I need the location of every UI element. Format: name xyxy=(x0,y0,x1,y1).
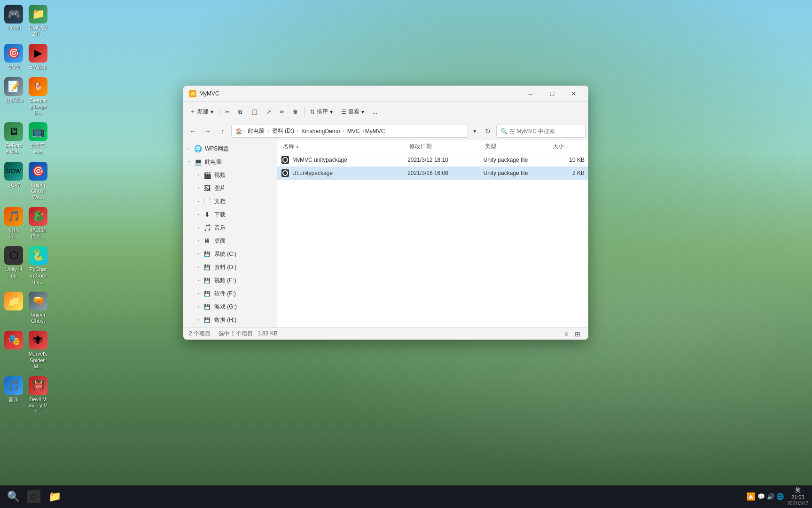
pycharm-label: PyCharm Commu... xyxy=(28,266,48,285)
driveh-icon: 💾 xyxy=(203,316,211,324)
breadcrumb-home-icon: 🏠 xyxy=(235,128,242,135)
forward-button[interactable]: → xyxy=(201,125,214,138)
taskbar-unity-icon[interactable]: ⬡ xyxy=(24,487,43,506)
desktop-icon-sniper[interactable]: 🎯 Sniper Ghost Wa... xyxy=(27,159,49,203)
desktop-icon-unityhub[interactable]: ⬡ Unity Hub xyxy=(2,244,25,287)
col-name-sort-icon: ▲ xyxy=(296,144,299,149)
sidebar-item-drivee[interactable]: › 💾 视频 (E:) xyxy=(183,274,277,287)
tray-message[interactable]: 💬 xyxy=(757,493,765,500)
col-header-name[interactable]: 名称 ▲ xyxy=(281,140,407,153)
refresh-button[interactable]: ↻ xyxy=(481,125,494,138)
col-size-label: 大小 xyxy=(553,143,564,151)
sidebar-item-desktop[interactable]: › 🖥 桌面 xyxy=(183,234,277,247)
maximize-button[interactable]: □ xyxy=(541,86,563,102)
tray-network[interactable]: 🌐 xyxy=(776,493,784,500)
search-box: 🔍 xyxy=(496,125,586,138)
delete-button[interactable]: 🗑 xyxy=(289,106,302,118)
file-row-ui[interactable]: UI.unitypackage 2021/3/16 16:06 Unity pa… xyxy=(277,167,588,180)
sniper-label: Sniper Ghost Wa... xyxy=(28,182,48,201)
juezhan-label: 绝战龙行天... xyxy=(28,227,48,239)
sidebar-item-thispc[interactable]: › 💻 此电脑 xyxy=(183,155,277,168)
file-row-mymvc[interactable]: MyMVC.unitypackage 2021/3/12 18:10 Unity… xyxy=(277,153,588,167)
sidebar-item-docs[interactable]: › 📄 文档 xyxy=(183,195,277,208)
desktop-icon-bvjwf[interactable]: ▶ BV绝妹 xyxy=(27,41,49,72)
sort-button[interactable]: ⇅ 排序 ▾ xyxy=(306,105,336,118)
sidebar-item-wps[interactable]: › 🌐 WPS网盘 xyxy=(183,142,277,155)
new-label: 新建 xyxy=(197,108,209,116)
breadcrumb-thispc[interactable]: 此电脑 xyxy=(246,126,266,136)
wps-expand-icon: › xyxy=(185,145,193,152)
view-button[interactable]: ☰ 查看 ▾ xyxy=(337,105,368,118)
taskbar-clock[interactable]: 英 21:03 2021/3/17 xyxy=(788,487,809,507)
desktop-icon-sgw[interactable]: SGW SGW xyxy=(2,159,25,203)
breadcrumb-mvc[interactable]: MVC xyxy=(345,127,362,135)
desktop-icon-zerotwo[interactable]: 🎭 xyxy=(2,328,25,372)
close-button[interactable]: ✕ xyxy=(563,86,585,102)
file-list: 名称 ▲ 修改日期 类型 大小 xyxy=(277,140,588,327)
desktop-icon-devilmay[interactable]: 👹 Devil May... y Ve... xyxy=(27,374,49,418)
desktop-icon-dmcs[interactable]: 📁 DMCS22Ti... xyxy=(27,2,49,40)
sidebar-item-driveh[interactable]: › 💾 数据 (H:) xyxy=(183,313,277,326)
drivee-icon: 💾 xyxy=(203,276,211,285)
sleeping-label: Sleeping Dogs D... xyxy=(28,97,48,116)
desktop-icon-pycharm[interactable]: 🐍 PyCharm Commu... xyxy=(27,244,49,287)
desktop-icon-geforce[interactable]: 🖥 GeForce Wa... xyxy=(2,120,25,157)
desktop-icon-filemgr[interactable]: 📁 xyxy=(2,289,25,326)
unityhub-label: Unity Hub xyxy=(4,266,23,278)
sidebar-item-drivef[interactable]: › 💾 软件 (F:) xyxy=(183,287,277,300)
col-header-size[interactable]: 大小 xyxy=(551,140,585,153)
steam-icon: 🎮 xyxy=(4,5,23,24)
sidebar-item-driveg[interactable]: › 💾 游戏 (G:) xyxy=(183,300,277,313)
new-button[interactable]: ＋ 新建 ▾ xyxy=(186,105,217,118)
sidebar-item-video[interactable]: › 🎬 视频 xyxy=(183,168,277,182)
breadcrumb-kinsheng[interactable]: KinshengDemo xyxy=(299,127,342,135)
desktop-icon-gog[interactable]: 🎯 GOG xyxy=(2,41,25,72)
tray-up-arrow[interactable]: 🔼 xyxy=(746,492,756,501)
desktop-icon-maimai[interactable]: 🎵 街机战... xyxy=(2,205,25,242)
start-menu-icon: 🔍 xyxy=(7,491,20,503)
cut-button[interactable]: ✂ xyxy=(221,106,234,118)
thispc-label: 此电脑 xyxy=(205,158,275,166)
taskbar-left: 🔍 ⬡ 📁 xyxy=(4,487,64,506)
drivec-expand-icon: › xyxy=(195,250,202,258)
paste-button[interactable]: 📋 xyxy=(247,106,262,118)
desktop-icon-music[interactable]: 🎵 音乐 xyxy=(2,374,25,418)
title-bar-left: 📁 MyMVC xyxy=(189,90,219,97)
desktop-icon-iqiyi[interactable]: 📺 爱奇艺.exe xyxy=(27,120,49,157)
share-button[interactable]: ↗ xyxy=(263,106,275,118)
back-button[interactable]: ← xyxy=(186,125,199,138)
sidebar-item-images[interactable]: › 🖼 图片 xyxy=(183,182,277,195)
sidebar-item-drivec[interactable]: › 💾 系统 (C:) xyxy=(183,247,277,261)
copy-icon: ⧉ xyxy=(238,109,242,115)
col-header-type[interactable]: 类型 xyxy=(483,140,551,153)
desktop-icon-sniper2[interactable]: 🔫 Sniper Ghost xyxy=(27,289,49,326)
col-type-label: 类型 xyxy=(485,143,496,151)
list-view-icon[interactable]: ≡ xyxy=(561,329,571,339)
copy-button[interactable]: ⧉ xyxy=(234,106,246,118)
more-button[interactable]: ... xyxy=(369,106,381,118)
sidebar-item-drived[interactable]: › 💾 资料 (D:) xyxy=(183,261,277,274)
rename-button[interactable]: ✏ xyxy=(276,106,288,118)
address-dropdown-icon[interactable]: ▾ xyxy=(470,125,479,138)
col-header-date[interactable]: 修改日期 xyxy=(407,140,484,153)
breadcrumb-drived[interactable]: 资料 (D:) xyxy=(270,126,296,136)
grid-view-icon[interactable]: ⊞ xyxy=(572,329,583,339)
file-explorer-window: 📁 MyMVC – □ ✕ ＋ 新建 ▾ ✂ ⧉ � xyxy=(183,86,588,340)
up-button[interactable]: ↑ xyxy=(216,125,229,138)
desktop-icon-juezhan[interactable]: 🐉 绝战龙行天... xyxy=(27,205,49,242)
taskbar-folder-icon[interactable]: 📁 xyxy=(45,487,64,506)
desktop-icon-notepad[interactable]: 📝 记事本xi xyxy=(2,75,25,119)
sidebar-item-downloads[interactable]: › ⬇ 下载 xyxy=(183,208,277,221)
search-input[interactable] xyxy=(509,128,581,135)
sidebar-item-music[interactable]: › 🎵 音乐 xyxy=(183,221,277,234)
devilmay-label: Devil May... y Ve... xyxy=(28,397,48,415)
clock-date: 2021/3/17 xyxy=(788,500,809,507)
desktop-icon-marvel[interactable]: 🕷 Marvel's Spider-M... xyxy=(27,328,49,372)
mymvc-date: 2021/3/12 18:10 xyxy=(407,157,484,163)
taskbar-start-icon[interactable]: 🔍 xyxy=(4,487,23,506)
col-date-label: 修改日期 xyxy=(409,143,432,151)
minimize-button[interactable]: – xyxy=(520,86,541,102)
desktop-icon-steam[interactable]: 🎮 Steam xyxy=(2,2,25,40)
tray-volume[interactable]: 🔊 xyxy=(767,493,774,500)
desktop-icon-sleeping[interactable]: 🐕 Sleeping Dogs D... xyxy=(27,75,49,119)
